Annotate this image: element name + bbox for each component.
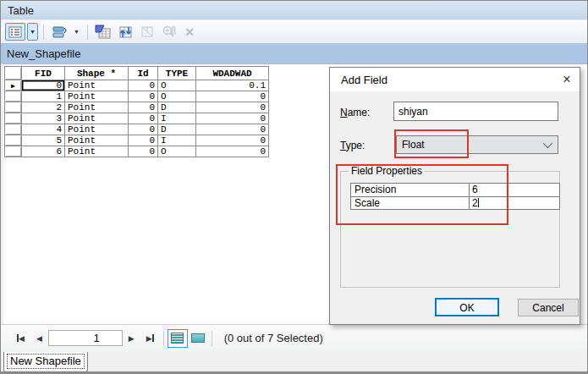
next-record-button[interactable]: ▶ — [123, 334, 140, 343]
cell-wdadwad[interactable]: 0 — [196, 124, 269, 135]
cell-wdadwad[interactable]: 0.1 — [196, 80, 269, 91]
cell-fid[interactable]: 1 — [22, 91, 65, 102]
cell-id[interactable]: 0 — [129, 91, 158, 102]
scale-value[interactable]: 2 — [470, 197, 559, 209]
cell-type[interactable]: I — [158, 113, 196, 124]
related-tables-dropdown[interactable]: ▼ — [71, 23, 82, 41]
table-row[interactable]: ▶ 5 Point 0 I 0 — [5, 135, 269, 146]
chevron-down-icon: ▼ — [30, 29, 36, 35]
cell-id[interactable]: 0 — [129, 80, 158, 91]
cell-id[interactable]: 0 — [129, 135, 158, 146]
cell-shape[interactable]: Point — [65, 91, 129, 102]
cell-shape[interactable]: Point — [65, 113, 129, 124]
cell-shape[interactable]: Point — [65, 102, 129, 113]
field-properties-label: Field Properties — [349, 165, 425, 177]
record-navigation-bar: ◀ ◀ ▶ ▶ (0 out of 7 Selected) — [1, 324, 587, 351]
cell-fid[interactable]: 2 — [22, 102, 65, 113]
scale-label: Scale — [351, 197, 470, 209]
name-label: Name: — [340, 107, 370, 118]
toolbar-separator — [43, 25, 44, 40]
row-selector-cell[interactable]: ▶ — [5, 91, 22, 102]
row-selector-cell[interactable]: ▶ — [5, 135, 22, 146]
row-selector-cell[interactable]: ▶ — [5, 80, 22, 91]
row-selector-cell[interactable]: ▶ — [5, 146, 22, 157]
cell-id[interactable]: 0 — [129, 124, 158, 135]
cell-wdadwad[interactable]: 0 — [196, 113, 269, 124]
clear-selection-icon — [140, 25, 154, 38]
table-row[interactable]: ▶ 2 Point 0 D 0 — [5, 102, 269, 113]
table-row[interactable]: ▶ 6 Point 0 O 0 — [5, 146, 269, 157]
show-selected-records-button[interactable] — [188, 329, 208, 348]
cell-id[interactable]: 0 — [129, 113, 158, 124]
chevron-down-icon: ▼ — [74, 29, 80, 35]
first-record-button[interactable]: ◀ — [11, 334, 30, 343]
row-selector-cell[interactable]: ▶ — [5, 124, 22, 135]
last-record-button[interactable]: ▶ — [140, 334, 160, 343]
cell-fid[interactable]: 4 — [22, 124, 65, 135]
row-selector-cell[interactable]: ▶ — [5, 102, 22, 113]
cell-fid[interactable]: 5 — [22, 135, 65, 146]
tab-label: New Shapefile — [7, 354, 85, 369]
related-tables-button[interactable] — [49, 23, 69, 41]
precision-label: Precision — [351, 184, 470, 196]
window-title: Table — [8, 4, 34, 17]
row-selector-cell[interactable]: ▶ — [5, 113, 22, 124]
cell-fid[interactable]: 0 — [22, 80, 65, 91]
cell-wdadwad[interactable]: 0 — [196, 102, 269, 113]
select-highlighted-button[interactable] — [93, 23, 113, 41]
cancel-button[interactable]: Cancel — [518, 299, 579, 316]
table-row[interactable]: ▶ 1 Point 0 O 0 — [5, 91, 269, 102]
type-dropdown[interactable]: Float — [396, 135, 558, 154]
column-header-id[interactable]: Id — [129, 67, 158, 80]
table-options-dropdown[interactable]: ▼ — [27, 23, 38, 41]
cell-type[interactable]: O — [158, 80, 196, 91]
sheet-title: New_Shapefile — [7, 47, 80, 60]
last-record-icon — [152, 334, 154, 342]
cell-shape[interactable]: Point — [65, 124, 129, 135]
column-header-fid[interactable]: FID — [22, 67, 65, 80]
previous-record-button[interactable]: ◀ — [30, 334, 48, 343]
cell-id[interactable]: 0 — [129, 102, 158, 113]
cell-wdadwad[interactable]: 0 — [196, 91, 269, 102]
cell-type[interactable]: D — [158, 124, 196, 135]
precision-value[interactable]: 6 — [470, 184, 559, 196]
first-record-icon: ◀ — [19, 334, 25, 343]
record-number-input[interactable] — [48, 330, 123, 346]
table-header-row: FID Shape * Id TYPE WDADWAD — [5, 67, 269, 80]
cell-shape[interactable]: Point — [65, 80, 129, 91]
select-highlighted-icon — [95, 25, 112, 40]
cell-type[interactable]: D — [158, 102, 196, 113]
close-icon[interactable]: × — [554, 72, 580, 87]
property-row-precision: Precision 6 — [351, 184, 559, 196]
cell-wdadwad[interactable]: 0 — [196, 146, 269, 157]
cell-type[interactable]: O — [158, 146, 196, 157]
table-row[interactable]: ▶ 3 Point 0 I 0 — [5, 113, 269, 124]
toolbar: ▼ ▼ — [1, 20, 587, 43]
show-all-records-button[interactable] — [168, 329, 188, 348]
table-row[interactable]: ▶ 0 Point 0 O 0.1 — [5, 80, 269, 91]
column-header-shape[interactable]: Shape * — [65, 67, 129, 80]
cell-shape[interactable]: Point — [65, 146, 129, 157]
cell-wdadwad[interactable]: 0 — [196, 135, 269, 146]
switch-selection-button[interactable] — [115, 23, 135, 41]
cell-fid[interactable]: 6 — [22, 146, 65, 157]
cell-id[interactable]: 0 — [129, 146, 158, 157]
toolbar-separator — [87, 25, 88, 40]
cell-shape[interactable]: Point — [65, 135, 129, 146]
name-input[interactable] — [393, 102, 558, 121]
ok-button[interactable]: OK — [435, 298, 499, 316]
column-header-type[interactable]: TYPE — [158, 67, 196, 80]
type-value: Float — [402, 139, 425, 151]
tab-new-shapefile[interactable]: New Shapefile — [3, 352, 88, 372]
column-header-wdadwad[interactable]: WDADWAD — [196, 67, 269, 80]
table-options-button[interactable] — [5, 23, 25, 41]
cell-type[interactable]: O — [158, 91, 196, 102]
dialog-title: Add Field — [341, 74, 387, 86]
table-row[interactable]: ▶ 4 Point 0 D 0 — [5, 124, 269, 135]
zoom-to-selected-button — [159, 23, 179, 41]
sheet-title-bar: New_Shapefile — [1, 43, 587, 63]
cell-type[interactable]: I — [158, 135, 196, 146]
next-record-icon: ▶ — [129, 334, 135, 343]
cell-fid[interactable]: 3 — [22, 113, 65, 124]
table-options-icon — [8, 26, 22, 38]
